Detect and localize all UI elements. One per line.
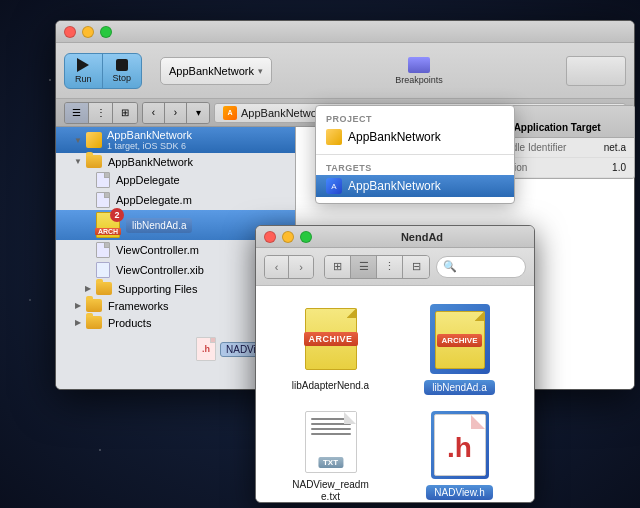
view-btn-icon[interactable]: ⊞ [113, 103, 137, 123]
bundle-id-value: net.a [604, 142, 626, 153]
m-file-icon [96, 192, 110, 208]
disclosure-icon[interactable] [83, 284, 93, 294]
right-panel-toggle[interactable] [566, 56, 626, 86]
breakpoints-button[interactable]: Breakpoints [387, 53, 451, 89]
project-icon [86, 132, 102, 148]
run-icon [77, 58, 89, 72]
xcode-toolbar: Run Stop AppBankNetwork ▾ Breakpoints [56, 43, 634, 99]
close-button[interactable] [64, 26, 76, 38]
archive-badge: ARCH [95, 228, 121, 235]
file-name: ViewController.xib [116, 264, 204, 276]
project-file-icon [326, 129, 342, 145]
finder-close-button[interactable] [264, 231, 276, 243]
finder-content-grid: ARCHIVE libAdapterNend.a ARCHIVE libNend… [256, 286, 534, 503]
disclosure-icon[interactable] [73, 301, 83, 311]
nav-forward-button[interactable]: › [165, 103, 187, 123]
finder-window-title: NendAd [318, 231, 526, 243]
minimize-button[interactable] [82, 26, 94, 38]
file-label: libAdapterNend.a [292, 380, 369, 392]
finder-window-nendad: NendAd ‹ › ⊞ ☰ ⋮ ⊟ 🔍 ARCHIVE [255, 225, 535, 503]
popup-target-name: AppBankNetwork [348, 179, 441, 193]
finder-view-toggle: ⊞ ☰ ⋮ ⊟ [324, 255, 430, 279]
popup-target-item[interactable]: A AppBankNetwork [316, 175, 514, 197]
app-scheme-icon: A [223, 106, 237, 120]
finder-list-view[interactable]: ☰ [351, 256, 377, 278]
breakpoints-icon [408, 57, 430, 73]
group-name: Products [108, 317, 151, 329]
finder-maximize-button[interactable] [300, 231, 312, 243]
project-target-popup: PROJECT AppBankNetwork TARGETS A AppBank… [315, 105, 515, 204]
sidebar-item-project[interactable]: AppBankNetwork 1 target, iOS SDK 6 [56, 127, 295, 153]
xib-file-icon [96, 262, 110, 278]
view-btn-list[interactable]: ☰ [65, 103, 89, 123]
finder-column-view[interactable]: ⋮ [377, 256, 403, 278]
text-line [311, 433, 351, 435]
folder-icon [86, 155, 102, 168]
finder-icon-view[interactable]: ⊞ [325, 256, 351, 278]
finder-item-nadview-readme[interactable]: TXT NADView_readme.txt [266, 403, 395, 503]
version-value: 1.0 [612, 162, 626, 173]
finder-forward-button[interactable]: › [289, 256, 313, 278]
text-line [311, 428, 351, 430]
finder-nav-group: ‹ › [264, 255, 314, 279]
sidebar-item-group-appbanknetwork[interactable]: AppBankNetwork [56, 153, 295, 170]
project-info: AppBankNetwork 1 target, iOS SDK 6 [107, 129, 192, 151]
scheme-selector[interactable]: AppBankNetwork ▾ [160, 57, 272, 85]
finder-toolbar: ‹ › ⊞ ☰ ⋮ ⊟ 🔍 [256, 248, 534, 286]
search-icon: 🔍 [443, 260, 457, 273]
disclosure-icon[interactable] [73, 135, 83, 145]
group-name: Supporting Files [118, 283, 198, 295]
finder-minimize-button[interactable] [282, 231, 294, 243]
group-name: AppBankNetwork [108, 156, 193, 168]
disclosure-icon[interactable] [73, 318, 83, 328]
scheme-name: AppBankNetwork [169, 65, 254, 77]
project-label: PROJECT [316, 112, 514, 126]
sidebar-item-appdelegatem[interactable]: AppDelegate.m [56, 190, 295, 210]
archive-icon-wrapper-selected: ARCHIVE [430, 304, 490, 374]
stop-icon [116, 59, 128, 71]
h-file-icon: .h [434, 414, 486, 476]
finder-back-button[interactable]: ‹ [265, 256, 289, 278]
view-btn-column[interactable]: ⋮ [89, 103, 113, 123]
nav-menu-button[interactable]: ▾ [187, 103, 209, 123]
m-file-icon [96, 242, 110, 258]
folder-icon [86, 299, 102, 312]
folder-icon [96, 282, 112, 295]
swift-file-icon [96, 172, 110, 188]
popup-project-item[interactable]: AppBankNetwork [316, 126, 514, 148]
group-name: Frameworks [108, 300, 169, 312]
archive-badge-label: ARCHIVE [437, 334, 481, 347]
libnendad-highlight: libNendAd.a [126, 218, 192, 233]
run-stop-group: Run Stop [64, 53, 142, 89]
run-button[interactable]: Run [65, 54, 103, 88]
finder-item-libadapternend[interactable]: ARCHIVE libAdapterNend.a [266, 296, 395, 403]
finder-titlebar: NendAd [256, 226, 534, 248]
text-file-icon: TXT [305, 411, 357, 473]
app-target-icon: A [326, 178, 342, 194]
stop-label: Stop [113, 73, 132, 83]
scheme-label-text: AppBankNetwork [241, 107, 326, 119]
project-subtitle: 1 target, iOS SDK 6 [107, 141, 192, 151]
finder-coverflow-view[interactable]: ⊟ [403, 256, 429, 278]
archive-icon-wrapper: ARCHIVE [301, 304, 361, 374]
sidebar-item-appdelegate[interactable]: AppDelegate [56, 170, 295, 190]
run-label: Run [75, 74, 92, 84]
disclosure-icon[interactable] [73, 157, 83, 167]
project-section: PROJECT AppBankNetwork [316, 106, 514, 154]
maximize-button[interactable] [100, 26, 112, 38]
nav-back-button[interactable]: ‹ [143, 103, 165, 123]
finder-search-container: 🔍 [436, 256, 526, 278]
h-file-icon-small: .h [196, 337, 216, 361]
badge-count: 2 [110, 208, 124, 222]
stop-button[interactable]: Stop [103, 55, 142, 87]
h-letter: .h [447, 432, 472, 464]
chevron-down-icon: ▾ [258, 66, 263, 76]
finder-item-nadviewh[interactable]: .h NADView.h [395, 403, 524, 503]
finder-item-libnendad[interactable]: ARCHIVE libNendAd.a [395, 296, 524, 403]
nav-arrows: ‹ › ▾ [142, 102, 210, 124]
finder-search-bar[interactable]: 🔍 [436, 256, 526, 278]
targets-label: TARGETS [316, 161, 514, 175]
file-name: ViewController.m [116, 244, 199, 256]
targets-section: TARGETS A AppBankNetwork [316, 155, 514, 203]
archive-label: ARCHIVE [304, 332, 358, 346]
